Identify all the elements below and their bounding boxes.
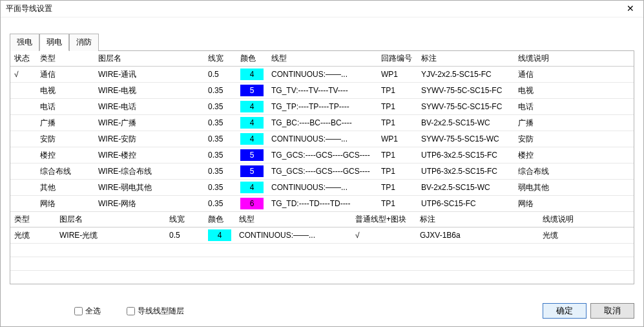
- cell-width[interactable]: 0.5: [204, 67, 236, 83]
- cell-layer[interactable]: WIRE-电话: [94, 99, 204, 115]
- cell-note[interactable]: SYWV-75-5-SC15-WC: [417, 131, 514, 147]
- cell-desc[interactable]: 电话: [514, 99, 634, 115]
- cell-desc[interactable]: 综合布线: [514, 164, 634, 180]
- cell-layer[interactable]: WIRE-广播: [94, 115, 204, 131]
- table-row[interactable]: 综合布线WIRE-综合布线0.355TG_GCS:----GCS----GCS-…: [10, 164, 634, 180]
- col-note[interactable]: 标注: [417, 51, 514, 67]
- cell-color[interactable]: 5: [236, 164, 267, 180]
- cell-type[interactable]: 其他: [36, 180, 94, 196]
- cell-ltype[interactable]: TG_BC:----BC----BC----: [267, 115, 377, 131]
- cell-status[interactable]: [10, 131, 36, 147]
- col-type[interactable]: 类型: [10, 212, 56, 227]
- main-table-wrap[interactable]: 状态 类型 图层名 线宽 颜色 线型 回路编号 标注 线缆说明 √通信WIRE-…: [10, 51, 634, 212]
- cell-color[interactable]: 6: [236, 196, 267, 212]
- cell-loop[interactable]: TP1: [377, 180, 417, 196]
- cell-note[interactable]: SYWV-75-5C-SC15-FC: [417, 83, 514, 99]
- cell-type[interactable]: 光缆: [10, 227, 56, 244]
- cell-desc[interactable]: 电视: [514, 83, 634, 99]
- cell-note[interactable]: BV-2x2.5-SC15-WC: [417, 115, 514, 131]
- cell-color[interactable]: 5: [236, 147, 267, 164]
- cell-status[interactable]: √: [10, 67, 36, 83]
- table-row-empty[interactable]: [10, 244, 634, 257]
- col-width[interactable]: 线宽: [204, 51, 236, 67]
- cell-color[interactable]: 4: [204, 227, 235, 244]
- cell-status[interactable]: [10, 180, 36, 196]
- cell-ltype[interactable]: CONTINUOUS:——...: [235, 227, 351, 244]
- col-layer[interactable]: 图层名: [94, 51, 204, 67]
- cell-note[interactable]: BV-2x2.5-SC15-WC: [417, 180, 514, 196]
- cell-width[interactable]: 0.35: [204, 196, 236, 212]
- cell-type[interactable]: 楼控: [36, 147, 94, 164]
- cell-color[interactable]: 4: [236, 115, 267, 131]
- cell-layer[interactable]: WIRE-光缆: [56, 227, 165, 244]
- cell-ltype[interactable]: TG_GCS:----GCS----GCS----: [267, 147, 377, 164]
- cell-note[interactable]: YJV-2x2.5-SC15-FC: [417, 67, 514, 83]
- cell-width[interactable]: 0.35: [204, 115, 236, 131]
- col-block[interactable]: 普通线型+图块: [351, 212, 416, 227]
- cell-type[interactable]: 综合布线: [36, 164, 94, 180]
- col-color[interactable]: 颜色: [204, 212, 235, 227]
- cell-type[interactable]: 广播: [36, 115, 94, 131]
- table-row[interactable]: 电话WIRE-电话0.354TG_TP:----TP----TP----TP1S…: [10, 99, 634, 115]
- checkbox-select-all[interactable]: 全选: [74, 306, 101, 317]
- cell-desc[interactable]: 光缆: [539, 227, 634, 244]
- tab-fire[interactable]: 消防: [69, 34, 99, 51]
- cell-desc[interactable]: 网络: [514, 196, 634, 212]
- tab-strong[interactable]: 强电: [10, 34, 39, 51]
- col-layer[interactable]: 图层名: [56, 212, 165, 227]
- cell-loop[interactable]: TP1: [377, 196, 417, 212]
- col-desc[interactable]: 线缆说明: [514, 51, 634, 67]
- cell-color[interactable]: 4: [236, 67, 267, 83]
- cell-color[interactable]: 4: [236, 99, 267, 115]
- cell-loop[interactable]: TP1: [377, 147, 417, 164]
- checkbox-input[interactable]: [127, 307, 135, 315]
- table-row[interactable]: 光缆WIRE-光缆0.54CONTINUOUS:——...√GJXV-1B6a光…: [10, 227, 634, 244]
- col-desc[interactable]: 线缆说明: [539, 212, 634, 227]
- table-row-empty[interactable]: [10, 271, 634, 284]
- table-row[interactable]: √通信WIRE-通讯0.54CONTINUOUS:——...WP1YJV-2x2…: [10, 67, 634, 83]
- cell-ltype[interactable]: TG_TV:----TV----TV----: [267, 83, 377, 99]
- table-row-empty[interactable]: [10, 257, 634, 271]
- cell-type[interactable]: 安防: [36, 131, 94, 147]
- cell-layer[interactable]: WIRE-综合布线: [94, 164, 204, 180]
- cell-color[interactable]: 5: [236, 83, 267, 99]
- cell-width[interactable]: 0.35: [204, 99, 236, 115]
- col-loop[interactable]: 回路编号: [377, 51, 417, 67]
- cell-note[interactable]: SYWV-75-5C-SC15-FC: [417, 99, 514, 115]
- cell-width[interactable]: 0.35: [204, 164, 236, 180]
- table-row[interactable]: 楼控WIRE-楼控0.355TG_GCS:----GCS----GCS----T…: [10, 147, 634, 164]
- close-icon[interactable]: ✕: [623, 3, 638, 15]
- cell-layer[interactable]: WIRE-通讯: [94, 67, 204, 83]
- checkbox-input[interactable]: [74, 307, 83, 315]
- cell-ltype[interactable]: TG_GCS:----GCS----GCS----: [267, 164, 377, 180]
- cell-type[interactable]: 网络: [36, 196, 94, 212]
- cell-type[interactable]: 电视: [36, 83, 94, 99]
- checkbox-layer-follow[interactable]: 导线线型随层: [127, 306, 184, 317]
- col-width[interactable]: 线宽: [165, 212, 204, 227]
- col-ltype[interactable]: 线型: [267, 51, 377, 67]
- cell-type[interactable]: 通信: [36, 67, 94, 83]
- cell-loop[interactable]: WP1: [377, 67, 417, 83]
- sub-table-wrap[interactable]: 类型 图层名 线宽 颜色 线型 普通线型+图块 标注 线缆说明 光缆WIRE-光…: [10, 212, 634, 284]
- cell-status[interactable]: [10, 164, 36, 180]
- cell-width[interactable]: 0.5: [165, 227, 204, 244]
- cell-loop[interactable]: TP1: [377, 164, 417, 180]
- cell-block[interactable]: √: [351, 227, 416, 244]
- cell-width[interactable]: 0.35: [204, 83, 236, 99]
- cell-layer[interactable]: WIRE-电视: [94, 83, 204, 99]
- table-row[interactable]: 网络WIRE-网络0.356TG_TD:----TD----TD----TP1U…: [10, 196, 634, 212]
- cell-color[interactable]: 4: [236, 131, 267, 147]
- cell-ltype[interactable]: CONTINUOUS:——...: [267, 131, 377, 147]
- cell-status[interactable]: [10, 196, 36, 212]
- col-color[interactable]: 颜色: [236, 51, 267, 67]
- cell-status[interactable]: [10, 99, 36, 115]
- cell-color[interactable]: 4: [236, 180, 267, 196]
- cell-loop[interactable]: TP1: [377, 115, 417, 131]
- cell-ltype[interactable]: CONTINUOUS:——...: [267, 67, 377, 83]
- cell-ltype[interactable]: CONTINUOUS:——...: [267, 180, 377, 196]
- cell-layer[interactable]: WIRE-网络: [94, 196, 204, 212]
- cell-layer[interactable]: WIRE-楼控: [94, 147, 204, 164]
- cell-layer[interactable]: WIRE-安防: [94, 131, 204, 147]
- col-type[interactable]: 类型: [36, 51, 94, 67]
- col-status[interactable]: 状态: [10, 51, 36, 67]
